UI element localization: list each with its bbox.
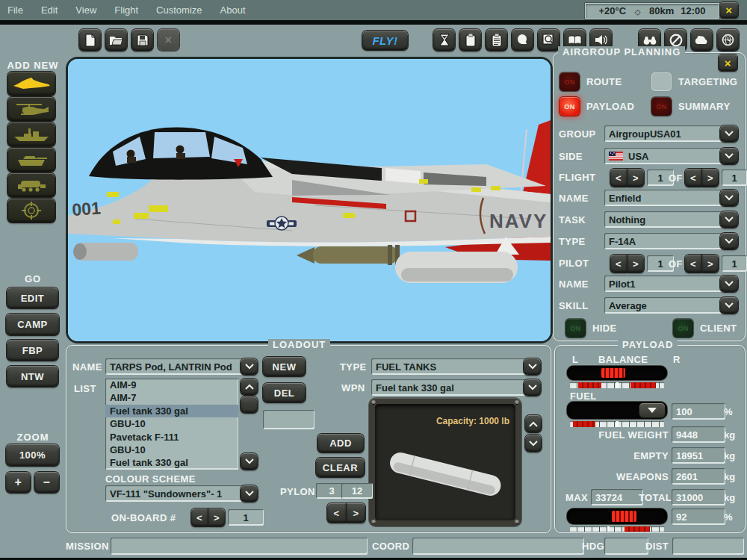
- fuel-slider-thumb[interactable]: [639, 403, 665, 417]
- pilot-prev-button[interactable]: <: [610, 255, 627, 273]
- list-scroll-down-button[interactable]: [241, 453, 258, 470]
- airgroup-close-button[interactable]: ×: [719, 55, 737, 71]
- pilot-next-button[interactable]: >: [627, 255, 644, 273]
- list-scroll-up-button[interactable]: [241, 379, 258, 395]
- app-close-button[interactable]: ×: [720, 2, 738, 18]
- group-name-field[interactable]: Enfield: [604, 190, 725, 206]
- task-field[interactable]: Nothing: [604, 211, 725, 228]
- type-dropdown-button[interactable]: [720, 233, 738, 249]
- fly-button[interactable]: FLY!: [362, 31, 408, 50]
- list-item[interactable]: AIM-9: [105, 379, 238, 391]
- debriefing-button[interactable]: [486, 29, 507, 51]
- new-mission-button[interactable]: [79, 29, 101, 51]
- coord-field[interactable]: [412, 538, 584, 555]
- add-target-button[interactable]: [7, 199, 55, 223]
- pilot-name-dropdown-button[interactable]: [720, 276, 738, 292]
- hide-toggle[interactable]: ON: [565, 319, 586, 337]
- weather-button[interactable]: [691, 29, 713, 51]
- onboard-next-button[interactable]: >: [208, 508, 225, 526]
- flight-next-button[interactable]: >: [627, 169, 644, 187]
- add-aircraft-button[interactable]: [7, 72, 55, 96]
- menu-about[interactable]: About: [219, 4, 247, 16]
- map-search-button[interactable]: [538, 29, 560, 51]
- weapon-type-field[interactable]: FUEL TANKS: [371, 358, 530, 375]
- list-item[interactable]: Pavetack F-111: [105, 431, 238, 444]
- loadout-list[interactable]: AIM-9 AIM-7 Fuel tank 330 gal GBU-10 Pav…: [105, 379, 238, 470]
- fuel-percent-field[interactable]: 100: [672, 403, 725, 420]
- zoom-in-button[interactable]: +: [6, 472, 31, 493]
- targeting-toggle[interactable]: [651, 72, 672, 91]
- side-field[interactable]: USA: [604, 148, 725, 164]
- add-tank-button[interactable]: [7, 148, 55, 172]
- side-dropdown-button[interactable]: [720, 148, 738, 164]
- fuel-slider[interactable]: [567, 402, 667, 419]
- type-field[interactable]: F-14A: [604, 233, 725, 249]
- skill-field[interactable]: Average: [604, 297, 725, 314]
- navy-marking: NAVY: [489, 210, 548, 232]
- hdg-field[interactable]: [604, 538, 648, 555]
- list-item-selected[interactable]: Fuel tank 330 gal: [105, 405, 238, 417]
- go-fbp-button[interactable]: FBP: [7, 340, 58, 361]
- list-item[interactable]: GBU-10: [105, 417, 238, 430]
- menu-flight[interactable]: Flight: [113, 4, 140, 16]
- briefing-button[interactable]: [459, 29, 481, 51]
- balance-bar[interactable]: [567, 366, 667, 380]
- loadout-name-field[interactable]: TARPS Pod, LANTRIN Pod: [105, 358, 247, 375]
- onboard-prev-button[interactable]: <: [191, 508, 208, 526]
- route-toggle[interactable]: ON: [560, 72, 580, 91]
- flight-prev-button[interactable]: <: [610, 169, 627, 187]
- add-weapon-button[interactable]: ADD: [317, 434, 364, 452]
- colour-scheme-field[interactable]: VF-111 "Sundowners"- 1: [105, 485, 247, 502]
- pylon-prev-button[interactable]: <: [327, 503, 346, 523]
- loadout-name-dropdown-button[interactable]: [241, 358, 258, 375]
- loadout-new-button[interactable]: NEW: [263, 357, 306, 376]
- group-field[interactable]: AirgroupUSA01: [604, 125, 725, 142]
- flight-total-prev-button[interactable]: <: [685, 169, 701, 187]
- client-toggle[interactable]: ON: [673, 319, 693, 337]
- menu-view[interactable]: View: [74, 4, 98, 16]
- list-item[interactable]: AIM-7: [105, 391, 238, 404]
- pilot-total-next-button[interactable]: >: [702, 255, 719, 273]
- zoom-out-button[interactable]: −: [34, 472, 59, 493]
- pilot-roster-button[interactable]: [512, 29, 533, 51]
- add-ship-button[interactable]: [7, 122, 55, 146]
- go-camp-button[interactable]: CAMP: [6, 314, 59, 335]
- summary-toggle[interactable]: ON: [651, 97, 672, 116]
- open-mission-button[interactable]: [105, 29, 127, 51]
- menu-edit[interactable]: Edit: [40, 4, 59, 16]
- mission-viewport[interactable]: 001 NAVY: [66, 57, 553, 343]
- task-dropdown-button[interactable]: [720, 211, 738, 228]
- menu-file[interactable]: File: [6, 4, 25, 16]
- go-ntw-button[interactable]: NTW: [7, 366, 58, 387]
- payload-toggle[interactable]: ON: [560, 97, 580, 116]
- list-item[interactable]: GBU-10: [105, 444, 238, 456]
- list-item[interactable]: Fuel tank 330 gal: [105, 456, 238, 469]
- pilot-total-prev-button[interactable]: <: [685, 255, 701, 273]
- pilot-name-field[interactable]: Pilot1: [604, 276, 725, 292]
- zoom-value-button[interactable]: 100%: [6, 444, 59, 466]
- preview-scroll-down-button[interactable]: [525, 435, 542, 452]
- group-dropdown-button[interactable]: [720, 125, 738, 142]
- skill-dropdown-button[interactable]: [720, 297, 738, 314]
- mission-field[interactable]: [111, 538, 368, 555]
- add-vehicle-button[interactable]: [7, 173, 55, 197]
- pylon-next-button[interactable]: >: [347, 503, 365, 523]
- menu-customize[interactable]: Customize: [155, 4, 203, 16]
- time-compress-button[interactable]: [433, 29, 455, 51]
- weapon-type-dropdown-button[interactable]: [524, 358, 541, 375]
- clear-weapon-button[interactable]: CLEAR: [316, 458, 365, 477]
- preview-scroll-up-button[interactable]: [525, 415, 542, 432]
- flight-total-next-button[interactable]: >: [702, 169, 719, 187]
- wpn-dropdown-button[interactable]: [524, 379, 541, 396]
- add-helicopter-button[interactable]: [7, 97, 55, 121]
- save-mission-button[interactable]: [131, 29, 153, 51]
- group-name-dropdown-button[interactable]: [720, 190, 738, 206]
- wpn-field[interactable]: Fuel tank 330 gal: [371, 379, 530, 396]
- close-mission-button[interactable]: ×: [158, 29, 179, 51]
- world-time-button[interactable]: [717, 29, 739, 51]
- dist-field[interactable]: [672, 538, 744, 555]
- list-scroll-thumb[interactable]: [241, 396, 258, 413]
- loadout-del-button[interactable]: DEL: [263, 383, 306, 402]
- colour-scheme-dropdown-button[interactable]: [241, 485, 258, 502]
- go-edit-button[interactable]: EDIT: [7, 287, 58, 308]
